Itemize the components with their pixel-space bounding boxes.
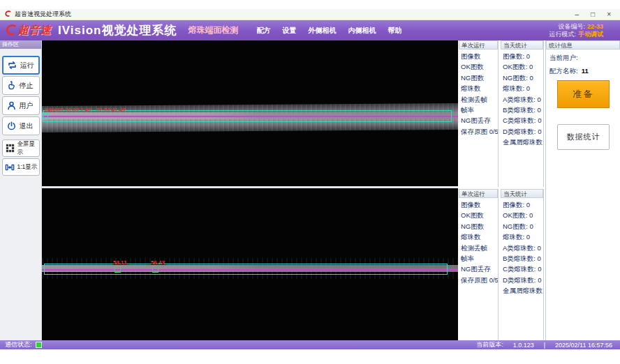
run-button-label: 运行: [20, 61, 34, 70]
menu-item[interactable]: 内侧相机: [348, 26, 376, 36]
camera-image-bottom[interactable]: 53.11 56.43: [42, 188, 458, 340]
stat-row: 金属屑熔珠数: 0: [503, 138, 543, 149]
stat-row: 保存原图 0/500: [461, 128, 498, 138]
grid-icon: [5, 143, 15, 153]
stat-row: 检测丢帧: [461, 96, 498, 106]
app-logo-icon: [5, 10, 12, 19]
version-value: 1.0.123: [513, 342, 534, 349]
recipe-name-row: 配方名称:11: [546, 67, 620, 76]
brand-logo-text: 超音速: [18, 24, 52, 37]
single-run-rows: 图像数OK图数NG图数熔珠数检测丢帧帧率NG图丢存保存原图 0/500: [459, 50, 498, 138]
sidebar-header: 操作区: [0, 40, 41, 49]
device-info: 设备编号:22-33 运行模式:手动调试: [549, 23, 614, 38]
one-to-one-button-label: 1:1显示: [17, 163, 38, 172]
comm-status-label: 通信状态:: [5, 340, 32, 349]
detection-box-small: [42, 113, 48, 120]
single-run-rows: 图像数OK图数NG图数熔珠数检测丢帧帧率NG图丢存保存原图 0/500: [459, 198, 498, 287]
defect-box: [115, 266, 121, 273]
operation-sidebar: 操作区 运行 停止: [0, 40, 42, 340]
status-bar: 通信状态: 当前版本: 1.0.123 | 2025/02/11 16:57:5…: [0, 340, 620, 349]
recipe-name-label: 配方名称:: [549, 67, 578, 75]
statistics-info-panel: 统计信息 当前用户: 配方名称:11 准备 数据统计: [545, 40, 620, 340]
stat-row: NG图数: 0: [503, 74, 543, 84]
stat-row: 图像数: [461, 52, 498, 63]
single-run-stats-top: 单次运行 图像数OK图数NG图数熔珠数检测丢帧帧率NG图丢存保存原图 0/500: [459, 40, 499, 187]
app-subtitle: 熔珠端面检测: [188, 24, 238, 36]
camera-viewport: 640605 39.83 1.49 31.53 41.49 53.11 56.4…: [42, 40, 458, 340]
info-panel-header: 统计信息: [546, 40, 620, 50]
window-title: 超音速视觉处理系统: [15, 10, 71, 19]
data-statistics-button[interactable]: 数据统计: [557, 124, 610, 150]
stat-row: A类熔珠数: 0: [503, 96, 543, 106]
run-mode-label: 运行模式:: [549, 31, 576, 38]
exit-button[interactable]: 退出: [2, 116, 40, 135]
user-button-label: 用户: [20, 101, 34, 111]
brand-swoosh-icon: [6, 24, 18, 36]
stat-row: 图像数: [461, 201, 498, 211]
stat-row: 熔珠数: [461, 233, 498, 243]
single-run-stats-bottom: 单次运行 图像数OK图数NG图数熔珠数检测丢帧帧率NG图丢存保存原图 0/500: [459, 189, 499, 340]
stat-row: 帧率: [461, 106, 498, 116]
recipe-name-value: 11: [582, 67, 589, 75]
stat-row: NG图数: 0: [503, 222, 543, 233]
stat-row: D类熔珠数: 0: [503, 276, 543, 287]
close-button[interactable]: ×: [607, 11, 611, 18]
stat-row: 图像数: 0: [503, 201, 543, 211]
today-stats-top: 当天统计 图像数: 0OK图数: 0NG图数: 0熔珠数: 0A类熔珠数: 0B…: [501, 40, 544, 187]
stat-row: OK图数: 0: [503, 63, 543, 73]
stat-row: D类熔珠数: 0: [503, 128, 543, 138]
datetime-value: 2025/02/11 16:57:56: [555, 342, 612, 349]
device-no-value: 22-33: [587, 23, 603, 30]
one-to-one-icon: [5, 162, 15, 172]
stat-row: NG图丢存: [461, 116, 498, 127]
device-no-row: 设备编号:22-33: [549, 23, 603, 31]
current-user-row: 当前用户:: [546, 54, 620, 63]
today-stats-header: 当天统计: [501, 40, 543, 50]
os-titlebar: 超音速视觉处理系统 – □ ×: [0, 9, 620, 20]
today-stats-header: 当天统计: [501, 189, 543, 198]
hand-icon: [6, 80, 17, 91]
stat-row: B类熔珠数: 0: [503, 106, 543, 116]
power-icon: [6, 121, 17, 131]
stat-row: NG图数: [461, 74, 498, 84]
fullscreen-button[interactable]: 全屏显示: [2, 139, 40, 157]
run-mode-row: 运行模式:手动调试: [549, 31, 603, 38]
stat-row: C类熔珠数: 0: [503, 265, 543, 275]
today-stats-rows: 图像数: 0OK图数: 0NG图数: 0熔珠数: 0A类熔珠数: 0B类熔珠数:…: [501, 50, 543, 149]
fullscreen-button-label: 全屏显示: [17, 140, 39, 157]
stat-row: OK图数: 0: [503, 211, 543, 222]
single-run-header: 单次运行: [459, 40, 498, 50]
minimize-button[interactable]: –: [575, 11, 580, 18]
run-button[interactable]: 运行: [2, 56, 40, 75]
defect-box: [152, 266, 158, 273]
stat-row: 帧率: [461, 255, 498, 265]
app-header: 超音速 IVision视觉处理系统 熔珠端面检测 配方设置外侧相机内侧相机帮助 …: [0, 20, 620, 40]
status-bar-right: 当前版本: 1.0.123 | 2025/02/11 16:57:56: [476, 340, 615, 349]
prepare-button[interactable]: 准备: [557, 80, 610, 108]
user-icon: [6, 100, 17, 111]
cycle-arrows-icon: [7, 60, 17, 70]
one-to-one-button[interactable]: 1:1显示: [2, 158, 40, 176]
stat-row: 金属屑熔珠数: 0: [503, 287, 543, 297]
stop-button[interactable]: 停止: [2, 76, 40, 95]
stat-row: 熔珠数: [461, 84, 498, 95]
app-title: IVision视觉处理系统: [58, 22, 177, 38]
measurement-annotation: 640605 39.83 1.49 31.53 41.49: [45, 107, 126, 113]
menu-bar: 配方设置外侧相机内侧相机帮助: [256, 26, 401, 36]
maximize-button[interactable]: □: [591, 11, 595, 18]
menu-item[interactable]: 帮助: [388, 26, 401, 36]
stat-row: 熔珠数: 0: [503, 84, 543, 95]
menu-item[interactable]: 外侧相机: [308, 26, 336, 36]
stat-row: 检测丢帧: [461, 244, 498, 255]
measurement-label: 53.11: [113, 259, 127, 266]
menu-item[interactable]: 设置: [282, 26, 296, 36]
stat-row: B类熔珠数: 0: [503, 255, 543, 265]
detection-box: [44, 264, 448, 275]
stat-row: 熔珠数: 0: [503, 233, 543, 243]
window-controls: – □ ×: [575, 11, 615, 18]
user-button[interactable]: 用户: [2, 96, 40, 115]
camera-image-top[interactable]: 640605 39.83 1.49 31.53 41.49: [42, 40, 458, 186]
exit-button-label: 退出: [20, 121, 34, 131]
run-mode-value: 手动调试: [578, 31, 603, 38]
menu-item[interactable]: 配方: [256, 26, 270, 36]
